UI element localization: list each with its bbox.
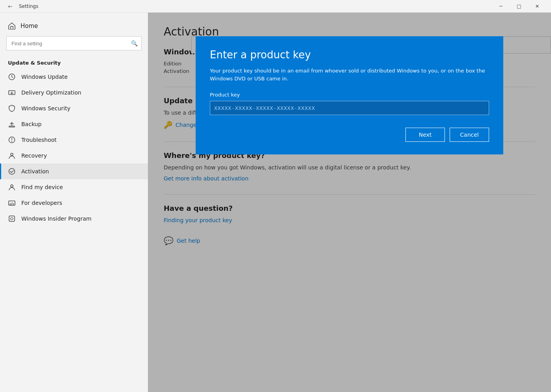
sidebar-item-insider-program[interactable]: Windows Insider Program [0,211,148,227]
sidebar-item-activation[interactable]: Activation [0,163,148,179]
svg-point-7 [11,185,13,187]
app-title: Settings [19,4,38,9]
search-icon: 🔍 [131,40,138,46]
sidebar-item-label: Find my device [21,184,63,190]
sidebar-item-label: Troubleshoot [21,137,57,143]
svg-point-5 [11,153,13,156]
dialog-title: Enter a product key [210,49,489,61]
app-body: Home 🔍 Update & Security Windows Update [0,13,551,392]
insider-program-icon [8,215,16,223]
svg-rect-3 [9,126,15,127]
windows-security-icon [8,104,16,112]
for-developers-icon [8,199,16,207]
sidebar-item-find-my-device[interactable]: Find my device [0,179,148,195]
back-button[interactable]: ← [5,1,16,12]
sidebar-item-delivery-optimization[interactable]: Delivery Optimization [0,85,148,100]
home-label: Home [21,22,38,30]
sidebar-item-for-developers[interactable]: For developers [0,195,148,211]
recovery-icon [8,152,16,160]
sidebar-item-recovery[interactable]: Recovery [0,148,148,163]
product-key-input[interactable] [210,101,489,115]
titlebar: ← Settings ─ □ ✕ [0,0,551,13]
sidebar-item-label: Recovery [21,152,47,159]
main-content: Activation Windows Edition Activation Up… [148,13,551,392]
next-button[interactable]: Next [405,128,445,142]
cancel-button[interactable]: Cancel [450,128,489,142]
search-input[interactable] [6,36,142,50]
product-key-dialog: Enter a product key Your product key sho… [196,36,503,154]
search-container: 🔍 [6,36,142,50]
dialog-buttons: Next Cancel [210,128,489,142]
troubleshoot-icon [8,136,16,144]
svg-rect-0 [11,26,13,30]
sidebar-item-label: Windows Update [21,74,68,80]
sidebar-item-windows-update[interactable]: Windows Update [0,69,148,85]
sidebar-home-item[interactable]: Home [0,19,148,33]
close-button[interactable]: ✕ [528,0,546,13]
sidebar-item-label: Windows Security [21,105,70,111]
find-device-icon [8,183,16,191]
minimize-button[interactable]: ─ [492,0,510,13]
sidebar-section-title: Update & Security [0,57,148,69]
sidebar: Home 🔍 Update & Security Windows Update [0,13,148,392]
sidebar-item-label: Activation [21,168,49,175]
sidebar-item-backup[interactable]: Backup [0,116,148,132]
dialog-product-key-label: Product key [210,92,489,98]
svg-point-10 [11,217,13,220]
delivery-optimization-icon [8,89,16,97]
home-icon [8,22,16,30]
sidebar-item-label: Backup [21,121,41,127]
sidebar-item-windows-security[interactable]: Windows Security [0,100,148,116]
maximize-button[interactable]: □ [510,0,528,13]
backup-icon [8,120,16,128]
sidebar-item-label: Windows Insider Program [21,216,92,222]
svg-rect-9 [9,216,15,221]
dialog-description: Your product key should be in an email f… [210,67,489,82]
windows-update-icon [8,73,16,81]
activation-icon [8,167,16,175]
svg-point-6 [9,169,15,175]
sidebar-item-troubleshoot[interactable]: Troubleshoot [0,132,148,148]
sidebar-item-label: For developers [21,200,62,206]
dialog-overlay: Enter a product key Your product key sho… [148,13,551,392]
window-controls: ─ □ ✕ [492,0,546,13]
sidebar-item-label: Delivery Optimization [21,89,81,96]
